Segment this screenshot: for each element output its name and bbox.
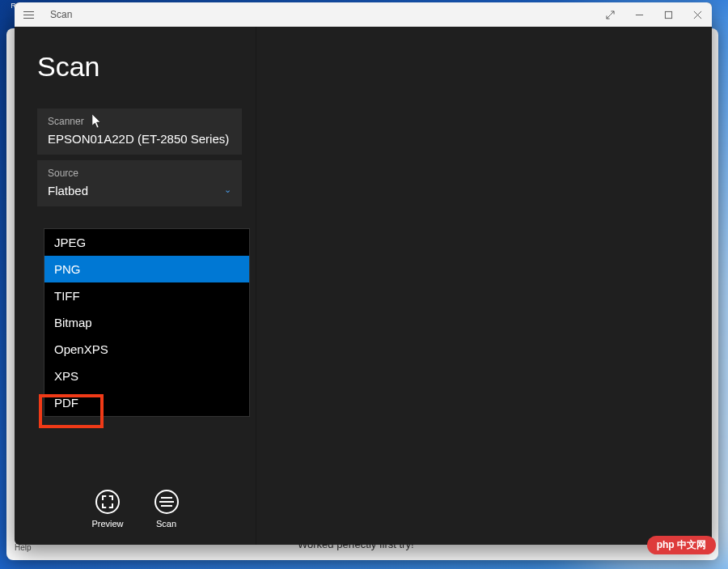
hamburger-menu-button[interactable] [21, 6, 37, 23]
dropdown-item-png[interactable]: PNG [44, 256, 249, 282]
minimize-button[interactable] [624, 2, 654, 27]
expand-icon[interactable] [595, 2, 624, 27]
action-bar: Preview Scan [15, 490, 256, 529]
content-area: Scan Scanner EPSON01A22D (ET-2850 Series… [15, 27, 712, 545]
preview-label: Preview [91, 519, 123, 529]
source-value: Flatbed [48, 184, 231, 197]
dropdown-item-tiff[interactable]: TIFF [44, 282, 249, 309]
scan-app-window: Scan Scan Scanner EPSON01A22D (E [15, 2, 712, 545]
window-controls [595, 2, 712, 27]
scan-button[interactable]: Scan [154, 490, 179, 529]
preview-panel [256, 27, 712, 545]
watermark-badge: php 中文网 [647, 536, 716, 554]
mouse-cursor-icon [92, 114, 102, 129]
svg-rect-1 [665, 11, 671, 18]
maximize-button[interactable] [654, 2, 683, 27]
dropdown-item-jpeg[interactable]: JPEG [44, 229, 249, 256]
dropdown-item-bitmap[interactable]: Bitmap [44, 309, 249, 336]
scanner-value: EPSON01A22D (ET-2850 Series) [48, 132, 231, 146]
scanner-selector[interactable]: Scanner EPSON01A22D (ET-2850 Series) [37, 108, 242, 155]
close-button[interactable] [683, 2, 712, 27]
file-type-dropdown: JPEG PNG TIFF Bitmap OpenXPS XPS PDF [44, 228, 250, 417]
preview-icon [95, 490, 120, 514]
app-title: Scan [37, 51, 242, 83]
dropdown-item-pdf[interactable]: PDF [44, 389, 249, 416]
chevron-down-icon: ⌄ [224, 185, 231, 195]
dropdown-item-xps[interactable]: XPS [44, 363, 249, 389]
source-label: Source [48, 168, 231, 179]
preview-button[interactable]: Preview [91, 490, 123, 529]
scan-icon [154, 490, 179, 514]
scan-label: Scan [156, 519, 176, 529]
window-title: Scan [50, 9, 72, 20]
dropdown-item-openxps[interactable]: OpenXPS [44, 336, 249, 363]
titlebar: Scan [15, 2, 712, 27]
source-selector[interactable]: Source Flatbed ⌄ [37, 160, 242, 206]
scanner-label: Scanner [48, 116, 231, 127]
